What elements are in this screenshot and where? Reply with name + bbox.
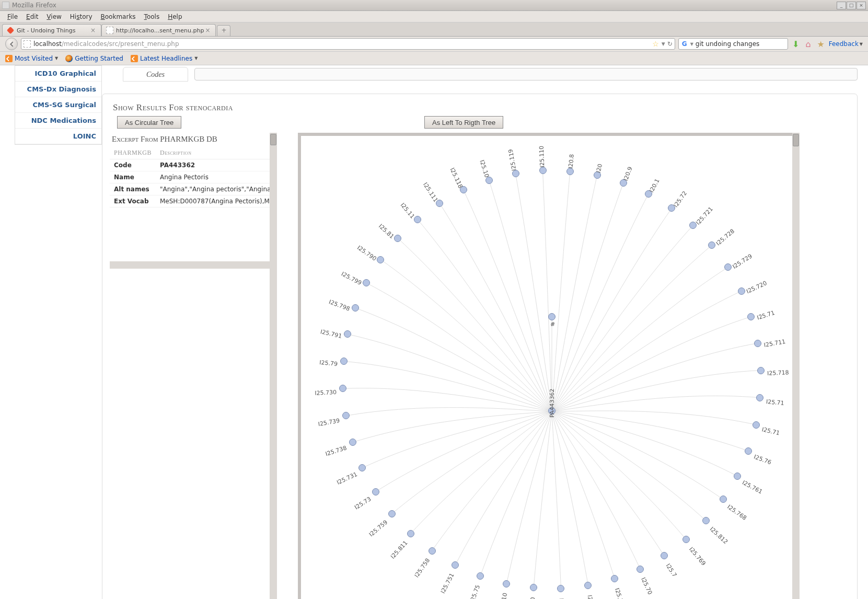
menu-file[interactable]: File	[3, 12, 22, 21]
as-circular-tree-button[interactable]: As Circular Tree	[117, 116, 181, 129]
bookmark-most-visited[interactable]: Most Visited ▼	[5, 55, 58, 62]
table-row: Code PA443362	[110, 159, 277, 171]
node-leaf[interactable]	[738, 287, 745, 295]
node-leaf[interactable]	[377, 256, 384, 263]
home-icon[interactable]: ⌂	[804, 39, 813, 49]
node-leaf[interactable]	[745, 447, 752, 455]
page-body: ICD10 Graphical CMS-Dx Diagnosis CMS-SG …	[0, 65, 868, 599]
menu-edit[interactable]: Edit	[22, 12, 42, 21]
node-label-hash: #	[550, 321, 555, 328]
tab-label: Git - Undoing Things	[17, 27, 76, 34]
dropdown-icon: ▼	[194, 56, 198, 61]
minimize-button[interactable]: _	[837, 2, 846, 9]
sidebar: ICD10 Graphical CMS-Dx Diagnosis CMS-SG …	[0, 65, 102, 599]
menubar: File Edit View History Bookmarks Tools H…	[0, 11, 868, 22]
bookmark-getting-started[interactable]: Getting Started	[65, 55, 123, 62]
as-left-to-right-tree-button[interactable]: As Left To Rigth Tree	[424, 116, 503, 129]
toolbar-icons-placeholder	[811, 63, 868, 76]
excerpt-panel: Excerpt From PHARMKGB DB PHARMKGB Descri…	[110, 133, 277, 599]
node-label-leaf: I20.8	[567, 154, 575, 169]
close-button[interactable]: ×	[857, 2, 866, 9]
graph-vertical-scrollbar[interactable]	[792, 133, 800, 599]
page-icon	[24, 40, 31, 48]
menu-history[interactable]: History	[66, 12, 97, 21]
sidebar-item-ndc[interactable]: NDC Medications	[15, 113, 101, 129]
window-title: Mozilla Firefox	[12, 2, 837, 9]
node-leaf[interactable]	[340, 358, 348, 365]
menu-bookmarks[interactable]: Bookmarks	[97, 12, 140, 21]
node-leaf[interactable]	[452, 561, 459, 569]
tab-1[interactable]: http://localho...sent_menu.php ×	[101, 24, 216, 36]
nav-toolbar: localhost/medicalcodes/src/present_menu.…	[0, 37, 868, 52]
reload-icon[interactable]: ↻	[667, 40, 673, 48]
top-tab-row: Codes	[102, 65, 858, 83]
sidebar-item-cms-dx[interactable]: CMS-Dx Diagnosis	[15, 82, 101, 97]
node-hash[interactable]	[548, 313, 555, 320]
window-titlebar: Mozilla Firefox _ □ ×	[0, 0, 868, 11]
node-leaf[interactable]	[753, 421, 760, 429]
url-dropdown-icon[interactable]: ▼	[662, 41, 665, 47]
node-leaf[interactable]	[754, 340, 761, 347]
node-leaf[interactable]	[503, 580, 510, 588]
search-bar[interactable]: G ▼ git undoing changes	[678, 38, 788, 50]
results-card: Show Results For stenocardia As Circular…	[102, 94, 858, 599]
menu-help[interactable]: Help	[164, 12, 186, 21]
excerpt-title: Excerpt From PHARMKGB DB	[110, 133, 270, 147]
tab-0[interactable]: Git - Undoing Things ×	[2, 24, 101, 36]
sidebar-item-icd10[interactable]: ICD10 Graphical	[15, 66, 101, 82]
addon-icon[interactable]: ★	[816, 39, 826, 49]
engine-dropdown-icon[interactable]: ▼	[690, 42, 693, 47]
node-leaf[interactable]	[636, 566, 644, 573]
node-leaf[interactable]	[372, 488, 379, 496]
rss-icon	[5, 55, 13, 62]
column-header: PHARMKGB	[110, 147, 156, 159]
node-leaf[interactable]	[394, 235, 401, 242]
excerpt-vertical-scrollbar[interactable]	[270, 133, 277, 599]
url-path: /medicalcodes/src/present_menu.php	[62, 40, 179, 48]
bookmarks-toolbar: Most Visited ▼ Getting Started Latest He…	[0, 52, 868, 65]
table-row: Ext Vocab MeSH:D000787(Angina Pectoris),…	[110, 195, 277, 208]
back-button[interactable]	[5, 38, 18, 50]
node-leaf[interactable]	[429, 547, 436, 555]
node-leaf[interactable]	[539, 167, 547, 174]
node-leaf[interactable]	[720, 496, 727, 503]
node-leaf[interactable]	[557, 585, 564, 592]
tab-label: http://localho...sent_menu.php	[116, 27, 204, 34]
node-leaf[interactable]	[512, 170, 519, 177]
radial-tree-graph[interactable]: PA443362#I25.119I25.110I20.8I20I20.9I20.…	[298, 133, 800, 599]
top-search-input[interactable]	[194, 68, 858, 80]
new-tab-button[interactable]: +	[217, 25, 230, 36]
node-label-leaf: I25.718	[767, 369, 789, 377]
sidebar-item-loinc[interactable]: LOINC	[15, 129, 101, 144]
tab-strip: Git - Undoing Things × http://localho...…	[0, 22, 868, 37]
node-leaf[interactable]	[477, 572, 484, 580]
tab-close-icon[interactable]: ×	[89, 27, 97, 34]
menu-tools[interactable]: Tools	[140, 12, 164, 21]
results-title: Show Results For stenocardia	[113, 102, 850, 113]
sidebar-item-cms-sg[interactable]: CMS-SG Surgical	[15, 97, 101, 113]
node-leaf[interactable]	[407, 530, 414, 537]
maximize-button[interactable]: □	[847, 2, 856, 9]
google-engine-icon[interactable]: G	[681, 40, 688, 48]
page-favicon-icon	[106, 27, 113, 34]
bookmark-latest-headlines[interactable]: Latest Headlines ▼	[131, 55, 198, 62]
node-leaf[interactable]	[757, 367, 765, 374]
menu-view[interactable]: View	[42, 12, 65, 21]
git-favicon-icon	[7, 27, 14, 34]
node-leaf[interactable]	[734, 473, 741, 480]
column-header: Description	[156, 147, 277, 159]
dropdown-icon: ▼	[55, 56, 58, 61]
node-leaf[interactable]	[414, 216, 421, 223]
tab-close-icon[interactable]: ×	[204, 27, 211, 34]
tab-codes[interactable]: Codes	[123, 67, 188, 82]
feedback-dropdown-icon[interactable]: ▼	[860, 42, 863, 47]
window-buttons: _ □ ×	[837, 2, 866, 9]
url-bar[interactable]: localhost/medicalcodes/src/present_menu.…	[21, 38, 675, 50]
downloads-icon[interactable]: ⬇	[791, 39, 801, 49]
bookmark-star-icon[interactable]: ☆	[652, 40, 659, 48]
node-leaf[interactable]	[388, 510, 396, 517]
feedback-link[interactable]: Feedback▼	[829, 40, 863, 48]
node-leaf[interactable]	[349, 439, 356, 446]
main: Codes Show Results For stenocardia As Ci…	[102, 65, 868, 599]
url-host: localhost	[33, 40, 62, 48]
